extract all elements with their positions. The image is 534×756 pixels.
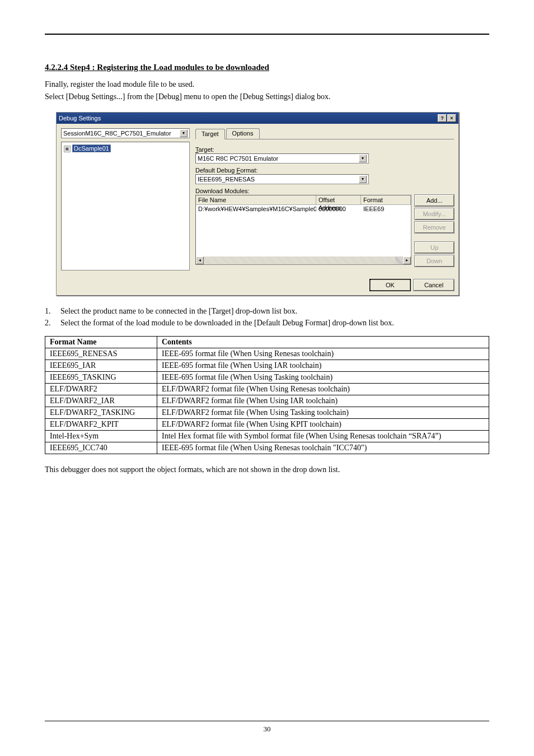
format-dropdown[interactable]: IEEE695_RENESAS ▼: [195, 174, 369, 184]
cell-name: ELF/DWARF2_TASKING: [45, 407, 157, 419]
down-button[interactable]: Down: [415, 255, 454, 267]
add-button[interactable]: Add...: [415, 195, 454, 206]
list-item: 2.Select the format of the load module t…: [45, 318, 489, 329]
project-tree[interactable]: ▣DcSample01: [61, 142, 190, 270]
cell-contents: IEEE-695 format file (When Using Tasking…: [157, 372, 489, 384]
dialog-titlebar: Debug Settings ? ×: [57, 113, 458, 124]
col-format[interactable]: Format: [361, 195, 411, 204]
horizontal-scrollbar[interactable]: ◂ ▸: [196, 256, 411, 264]
format-value: IEEE695_RENESAS: [198, 176, 255, 183]
section-heading: 4.2.2.4 Step4 : Registering the Load mod…: [45, 63, 489, 72]
cell-contents: IEEE-695 format file (When Using Renesas…: [157, 442, 489, 454]
chevron-down-icon: ▼: [359, 175, 367, 183]
table-row: IEEE695_ICC740IEEE-695 format file (When…: [45, 442, 489, 454]
dialog-title: Debug Settings: [59, 115, 101, 122]
target-dropdown[interactable]: M16C R8C PC7501 Emulator ▼: [195, 153, 369, 164]
cell-name: ELF/DWARF2: [45, 384, 157, 395]
modules-label: Download Modules:: [195, 188, 454, 194]
cell-name: ELF/DWARF2_KPIT: [45, 419, 157, 431]
table-row: ELF/DWARF2_KPITELF/DWARF2 format file (W…: [45, 419, 489, 431]
intro-line-2: Select [Debug Settings...] from the [Deb…: [45, 91, 489, 102]
resize-grip-icon: [395, 256, 403, 264]
cell-name: IEEE695_TASKING: [45, 372, 157, 384]
table-row: IEEE695_RENESASIEEE-695 format file (Whe…: [45, 348, 489, 360]
help-button[interactable]: ?: [438, 114, 447, 122]
col-file[interactable]: File Name: [196, 195, 316, 204]
table-row: Intel-Hex+SymIntel Hex format file with …: [45, 431, 489, 442]
cell-contents: ELF/DWARF2 format file (When Using Renes…: [157, 384, 489, 395]
table-row: IEEE695_TASKINGIEEE-695 format file (Whe…: [45, 372, 489, 384]
footer-rule: [45, 721, 489, 721]
tree-item-sample[interactable]: DcSample01: [72, 144, 111, 152]
up-button[interactable]: Up: [415, 242, 454, 253]
cell-contents: IEEE-695 format file (When Using IAR too…: [157, 360, 489, 372]
th-format-name: Format Name: [45, 337, 157, 348]
cell-contents: ELF/DWARF2 format file (When Using IAR t…: [157, 395, 489, 407]
session-dropdown-value: SessionM16C_R8C_PC7501_Emulator: [63, 130, 171, 137]
instruction-list: 1.Select the product name to be connecte…: [45, 306, 489, 328]
tabstrip: Target Options: [195, 128, 454, 139]
table-row: ELF/DWARF2_IARELF/DWARF2 format file (Wh…: [45, 395, 489, 407]
scroll-right-icon[interactable]: ▸: [403, 256, 411, 264]
cell-name: ELF/DWARF2_IAR: [45, 395, 157, 407]
col-offset[interactable]: Offset Address: [316, 195, 361, 204]
cell-offset: 00000000: [316, 205, 361, 213]
format-table: Format Name Contents IEEE695_RENESASIEEE…: [45, 336, 489, 454]
target-label: Target:: [195, 146, 454, 153]
th-contents: Contents: [157, 337, 489, 348]
top-rule: [45, 34, 489, 35]
modules-list[interactable]: File Name Offset Address Format D:¥work¥…: [195, 195, 411, 265]
cell-contents: Intel Hex format file with Symbol format…: [157, 431, 489, 442]
list-item: 1.Select the product name to be connecte…: [45, 306, 489, 317]
closing-text: This debugger does not support the objec…: [45, 464, 489, 475]
chevron-down-icon: ▼: [359, 155, 367, 162]
scroll-left-icon[interactable]: ◂: [196, 256, 204, 264]
cell-name: IEEE695_RENESAS: [45, 348, 157, 360]
cell-name: Intel-Hex+Sym: [45, 431, 157, 442]
target-value: M16C R8C PC7501 Emulator: [198, 155, 278, 162]
ok-button[interactable]: OK: [370, 279, 410, 291]
cell-name: IEEE695_IAR: [45, 360, 157, 372]
cell-file: D:¥work¥HEW4¥Samples¥M16C¥Sample01.x30: [196, 205, 316, 213]
list-row[interactable]: D:¥work¥HEW4¥Samples¥M16C¥Sample01.x30 0…: [196, 205, 411, 213]
debug-settings-dialog: Debug Settings ? × SessionM16C_R8C_PC750…: [56, 112, 459, 296]
chevron-down-icon: ▼: [180, 129, 188, 137]
table-row: ELF/DWARF2_TASKINGELF/DWARF2 format file…: [45, 407, 489, 419]
table-row: ELF/DWARF2ELF/DWARF2 format file (When U…: [45, 384, 489, 395]
cancel-button[interactable]: Cancel: [414, 279, 454, 291]
session-dropdown[interactable]: SessionM16C_R8C_PC7501_Emulator ▼: [61, 128, 190, 138]
intro-line-1: Finally, register the load module file t…: [45, 79, 489, 90]
tab-options[interactable]: Options: [226, 128, 260, 139]
tab-target[interactable]: Target: [195, 129, 225, 139]
cell-contents: ELF/DWARF2 format file (When Using KPIT …: [157, 419, 489, 431]
cell-contents: IEEE-695 format file (When Using Renesas…: [157, 348, 489, 360]
close-button[interactable]: ×: [447, 114, 456, 122]
cell-format: IEEE69: [361, 205, 411, 213]
project-icon: ▣: [64, 146, 71, 152]
cell-name: IEEE695_ICC740: [45, 442, 157, 454]
list-header: File Name Offset Address Format: [196, 195, 411, 205]
cell-contents: ELF/DWARF2 format file (When Using Taski…: [157, 407, 489, 419]
page-number: 30: [45, 725, 489, 734]
remove-button[interactable]: Remove: [415, 222, 454, 233]
format-label: Default Debug Format:: [195, 167, 454, 174]
modify-button[interactable]: Modify...: [415, 208, 454, 220]
table-row: IEEE695_IARIEEE-695 format file (When Us…: [45, 360, 489, 372]
scroll-track[interactable]: [204, 256, 403, 264]
